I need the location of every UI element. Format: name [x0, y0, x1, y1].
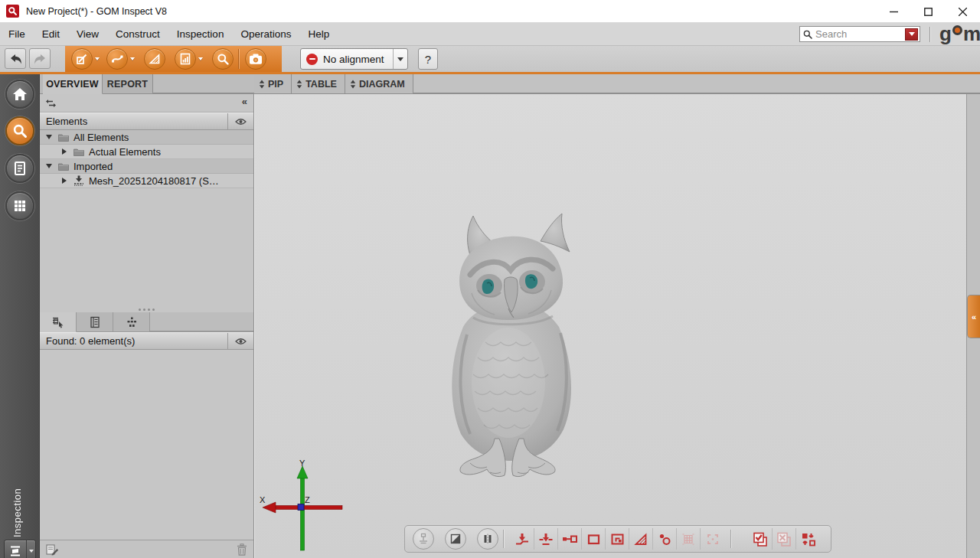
probe-button[interactable]: [413, 528, 434, 550]
menu-edit[interactable]: Edit: [34, 23, 68, 46]
menu-operations[interactable]: Operations: [232, 23, 299, 46]
undo-button[interactable]: [5, 48, 26, 69]
measure-angle-button[interactable]: [144, 48, 165, 70]
inspection-tool-dropdown[interactable]: [26, 540, 35, 558]
menu-inspection[interactable]: Inspection: [168, 23, 233, 46]
logo-letter-g: g: [939, 24, 951, 44]
updown-icon: [350, 80, 356, 89]
expander-closed-icon[interactable]: [62, 178, 67, 184]
clip-to-surface-button[interactable]: [511, 528, 534, 550]
apps-grid-button[interactable]: [5, 191, 34, 220]
select-through-button[interactable]: [749, 528, 773, 550]
tree-row-all-elements[interactable]: All Elements: [40, 130, 253, 145]
tab-table[interactable]: TABLE: [292, 74, 345, 94]
title-bar: New Project(*) - GOM Inspect V8: [0, 0, 980, 23]
search-input[interactable]: [815, 28, 905, 40]
tab-pip[interactable]: PIP: [254, 74, 292, 94]
trash-icon[interactable]: [237, 543, 247, 556]
minimize-button[interactable]: [877, 0, 911, 23]
tab-diagram[interactable]: DIAGRAM: [345, 74, 413, 94]
swap-arrows-icon[interactable]: [45, 99, 57, 108]
tree-row-actual-elements[interactable]: Actual Elements: [40, 145, 253, 159]
maximize-button[interactable]: [911, 0, 946, 23]
maximize-icon: [924, 8, 933, 16]
expander-open-icon[interactable]: [46, 164, 52, 168]
search-box[interactable]: [799, 26, 920, 42]
expander-closed-icon[interactable]: [62, 148, 67, 155]
tree-row-mesh[interactable]: Mesh_20251204180817 (S…: [40, 174, 253, 188]
gom-inspect-window: New Project(*) - GOM Inspect V8 File Edi…: [0, 0, 980, 558]
subtab-strip-rest: [150, 312, 253, 331]
tab-element-list[interactable]: [40, 312, 77, 332]
inspection-tool-button[interactable]: [4, 540, 36, 558]
construct-curve-button[interactable]: [106, 48, 128, 70]
chevron-down-icon[interactable]: [130, 57, 135, 60]
chevron-down-icon[interactable]: [198, 57, 203, 60]
document-icon: [13, 161, 27, 176]
tab-pip-label: PIP: [268, 79, 283, 90]
workflow-sidebar: Inspection: [0, 74, 40, 558]
alignment-value: No alignment: [323, 54, 393, 65]
elements-header: Elements: [40, 113, 253, 130]
explore-button[interactable]: [5, 116, 34, 145]
home-button[interactable]: [5, 80, 34, 109]
found-visibility-toggle[interactable]: [227, 333, 253, 349]
magnifier-icon: [217, 53, 229, 65]
tab-strip-gap: [153, 74, 254, 93]
visibility-toggle[interactable]: [227, 113, 253, 129]
redo-button[interactable]: [29, 48, 51, 69]
tab-section-view[interactable]: [77, 312, 113, 332]
expander-open-icon[interactable]: [46, 135, 52, 139]
help-button[interactable]: ?: [418, 48, 438, 70]
search-dropdown-button[interactable]: [905, 28, 918, 41]
background-toggle-button[interactable]: [445, 528, 466, 550]
split-arrow-button[interactable]: [534, 528, 558, 550]
point-select-button[interactable]: [653, 528, 677, 550]
expand-right-panel-button[interactable]: «: [967, 295, 980, 338]
chevron-down-icon[interactable]: [95, 57, 100, 60]
menu-view[interactable]: View: [68, 23, 107, 46]
menu-file[interactable]: File: [0, 23, 34, 46]
connector-button[interactable]: [558, 528, 582, 550]
panel-splitter[interactable]: [40, 306, 253, 312]
folder-icon: [58, 133, 69, 142]
close-button[interactable]: [946, 0, 980, 23]
grid-select-icon: [681, 533, 695, 546]
edit-tags-icon[interactable]: [46, 543, 59, 556]
deselect-button-disabled[interactable]: [773, 528, 796, 550]
snapshot-button[interactable]: [245, 48, 266, 70]
grid-button-disabled[interactable]: [677, 528, 701, 550]
invert-selection-button[interactable]: [796, 528, 820, 550]
tab-report[interactable]: REPORT: [103, 74, 153, 94]
magnifier-logo-icon: [8, 6, 18, 16]
rectangle-corner-icon: [610, 533, 625, 546]
inspect-search-button[interactable]: [212, 48, 234, 70]
menu-construct[interactable]: Construct: [107, 23, 168, 46]
no-alignment-icon: [306, 54, 318, 65]
alignment-select[interactable]: No alignment: [300, 48, 408, 70]
rectangle-zoom-button[interactable]: [606, 528, 629, 550]
collapse-panel-button[interactable]: «: [242, 96, 247, 107]
report-page-button[interactable]: [5, 154, 34, 183]
redo-icon: [33, 53, 47, 65]
3d-viewport[interactable]: Y X Z: [254, 94, 966, 558]
expand-selection-button-disabled[interactable]: [701, 528, 724, 550]
half-square-icon: [449, 533, 462, 545]
axis-z-label: Z: [305, 495, 310, 504]
alignment-dropdown-button[interactable]: [393, 49, 407, 69]
construct-plane-button[interactable]: [71, 48, 93, 70]
split-view-button[interactable]: [477, 528, 498, 550]
rectangle-select-button[interactable]: [582, 528, 606, 550]
menu-help[interactable]: Help: [299, 23, 338, 46]
tree-row-imported[interactable]: Imported: [40, 159, 253, 174]
chevron-down-icon: [29, 550, 34, 553]
elements-explorer-panel: « Elements All Elements: [40, 94, 254, 558]
report-button[interactable]: [175, 48, 196, 70]
triangle-measure-button[interactable]: [629, 528, 653, 550]
owl-mesh[interactable]: [426, 210, 594, 478]
checked-box-icon: [753, 532, 768, 547]
tab-overview[interactable]: OVERVIEW: [43, 74, 103, 94]
connector-icon: [562, 533, 577, 545]
divider: [730, 530, 731, 548]
tab-stages[interactable]: [113, 312, 150, 332]
